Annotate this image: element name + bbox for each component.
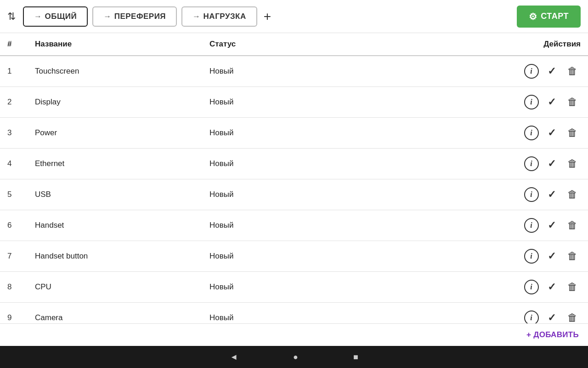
trash-icon: 🗑 xyxy=(567,65,577,77)
cell-status: Новый xyxy=(202,118,363,149)
table-row: 1 Touchscreen Новый i ✓ 🗑 xyxy=(0,56,588,87)
info-icon: i xyxy=(524,187,539,202)
cell-actions: i ✓ 🗑 xyxy=(363,87,588,118)
cell-status: Новый xyxy=(202,179,363,210)
info-icon: i xyxy=(524,95,539,109)
trash-icon: 🗑 xyxy=(567,250,577,262)
cell-num: 1 xyxy=(0,56,28,87)
trash-icon: 🗑 xyxy=(567,281,577,293)
cell-num: 8 xyxy=(0,272,28,303)
tab-general[interactable]: → ОБЩИЙ xyxy=(23,6,88,27)
tab-load[interactable]: → НАГРУЗКА xyxy=(181,6,257,27)
cell-num: 4 xyxy=(0,149,28,179)
add-item-button[interactable]: + ДОБАВИТЬ xyxy=(526,330,579,339)
trash-icon: 🗑 xyxy=(567,158,577,170)
confirm-button[interactable]: ✓ xyxy=(543,279,560,295)
table-header-row: # Название Статус Действия xyxy=(0,33,588,56)
toolbar: ⇅ → ОБЩИЙ → ПЕРЕФЕРИЯ → НАГРУЗКА + ⚙ СТА… xyxy=(0,0,588,33)
delete-button[interactable]: 🗑 xyxy=(564,155,581,172)
tab-load-label: НАГРУЗКА xyxy=(204,12,246,21)
info-icon: i xyxy=(524,126,539,140)
cell-num: 2 xyxy=(0,87,28,118)
tab-periphery[interactable]: → ПЕРЕФЕРИЯ xyxy=(92,6,177,27)
delete-button[interactable]: 🗑 xyxy=(564,310,581,323)
cell-actions: i ✓ 🗑 xyxy=(363,56,588,87)
confirm-button[interactable]: ✓ xyxy=(543,125,560,141)
info-button[interactable]: i xyxy=(523,125,540,141)
trash-icon: 🗑 xyxy=(567,127,577,139)
info-button[interactable]: i xyxy=(523,63,540,80)
table-row: 7 Handset button Новый i ✓ 🗑 xyxy=(0,241,588,272)
info-icon: i xyxy=(524,218,539,233)
info-button[interactable]: i xyxy=(523,94,540,110)
info-button[interactable]: i xyxy=(523,310,540,323)
cell-num: 6 xyxy=(0,210,28,241)
trash-icon: 🗑 xyxy=(567,219,577,231)
test-list-container: # Название Статус Действия 1 Touchscreen… xyxy=(0,33,588,323)
info-icon: i xyxy=(524,249,539,264)
bottom-bar: + ДОБАВИТЬ xyxy=(0,323,588,346)
col-header-num: # xyxy=(0,33,28,56)
confirm-button[interactable]: ✓ xyxy=(543,155,560,172)
cell-name: Power xyxy=(28,118,202,149)
cell-actions: i ✓ 🗑 xyxy=(363,210,588,241)
start-label: СТАРТ xyxy=(541,12,569,21)
delete-button[interactable]: 🗑 xyxy=(564,125,581,141)
cell-name: USB xyxy=(28,179,202,210)
tab-general-label: ОБЩИЙ xyxy=(45,12,77,21)
cell-actions: i ✓ 🗑 xyxy=(363,241,588,272)
arrow-icon: → xyxy=(34,12,42,21)
cell-status: Новый xyxy=(202,87,363,118)
cell-name: Handset button xyxy=(28,241,202,272)
add-tab-button[interactable]: + xyxy=(264,10,271,23)
back-button[interactable]: ◄ xyxy=(230,352,238,362)
delete-button[interactable]: 🗑 xyxy=(564,63,581,80)
info-icon: i xyxy=(524,310,539,323)
confirm-button[interactable]: ✓ xyxy=(543,310,560,323)
info-button[interactable]: i xyxy=(523,186,540,203)
cell-actions: i ✓ 🗑 xyxy=(363,272,588,303)
info-button[interactable]: i xyxy=(523,217,540,234)
col-header-status: Статус xyxy=(202,33,363,56)
cell-actions: i ✓ 🗑 xyxy=(363,179,588,210)
cell-name: Ethernet xyxy=(28,149,202,179)
delete-button[interactable]: 🗑 xyxy=(564,217,581,234)
delete-button[interactable]: 🗑 xyxy=(564,186,581,203)
table-row: 2 Display Новый i ✓ 🗑 xyxy=(0,87,588,118)
trash-icon: 🗑 xyxy=(567,189,577,201)
confirm-button[interactable]: ✓ xyxy=(543,248,560,264)
info-button[interactable]: i xyxy=(523,248,540,264)
delete-button[interactable]: 🗑 xyxy=(564,248,581,264)
table-row: 3 Power Новый i ✓ 🗑 xyxy=(0,118,588,149)
cell-num: 7 xyxy=(0,241,28,272)
delete-button[interactable]: 🗑 xyxy=(564,279,581,295)
delete-button[interactable]: 🗑 xyxy=(564,94,581,110)
check-icon: ✓ xyxy=(548,312,556,323)
info-button[interactable]: i xyxy=(523,155,540,172)
cell-name: Camera xyxy=(28,303,202,324)
android-navbar: ◄ ● ■ xyxy=(0,346,588,368)
table-row: 6 Handset Новый i ✓ 🗑 xyxy=(0,210,588,241)
confirm-button[interactable]: ✓ xyxy=(543,94,560,110)
cell-num: 9 xyxy=(0,303,28,324)
sort-icon[interactable]: ⇅ xyxy=(7,11,16,23)
test-table: # Название Статус Действия 1 Touchscreen… xyxy=(0,33,588,323)
check-icon: ✓ xyxy=(548,96,556,108)
confirm-button[interactable]: ✓ xyxy=(543,186,560,203)
info-icon: i xyxy=(524,280,539,294)
home-button[interactable]: ● xyxy=(293,352,298,362)
info-button[interactable]: i xyxy=(523,279,540,295)
confirm-button[interactable]: ✓ xyxy=(543,63,560,80)
cell-actions: i ✓ 🗑 xyxy=(363,149,588,179)
check-icon: ✓ xyxy=(548,189,556,201)
table-row: 4 Ethernet Новый i ✓ 🗑 xyxy=(0,149,588,179)
check-icon: ✓ xyxy=(548,158,556,170)
start-button[interactable]: ⚙ СТАРТ xyxy=(517,6,581,28)
recent-button[interactable]: ■ xyxy=(353,352,358,362)
check-icon: ✓ xyxy=(548,65,556,77)
info-icon: i xyxy=(524,64,539,79)
arrow-icon: → xyxy=(103,12,112,21)
cell-actions: i ✓ 🗑 xyxy=(363,303,588,324)
confirm-button[interactable]: ✓ xyxy=(543,217,560,234)
check-icon: ✓ xyxy=(548,219,556,231)
